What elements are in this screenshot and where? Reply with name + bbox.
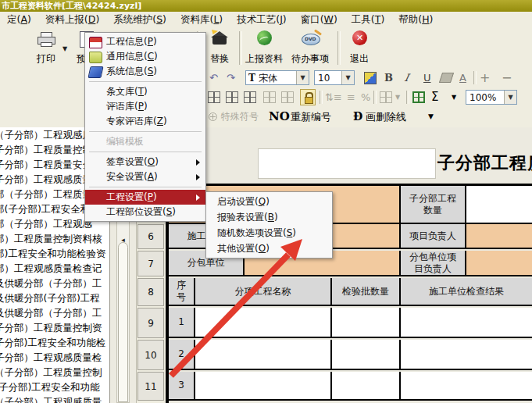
table-cell[interactable] bbox=[332, 372, 401, 399]
print-dropdown-arrow[interactable]: ▼ bbox=[62, 45, 67, 52]
menubar-item-L[interactable]: 资料库(L) bbox=[173, 13, 230, 27]
row-header-8[interactable]: 8 bbox=[137, 278, 164, 306]
table-cell[interactable] bbox=[401, 308, 532, 337]
tree-item[interactable]: 子分部）工程观感质量检 bbox=[0, 350, 109, 365]
pm-value-cell[interactable] bbox=[466, 224, 532, 248]
menu-item-评语库[interactable]: 评语库(P) bbox=[85, 99, 205, 114]
table-toolbar: ⇅≡ ≡ % ▼ Σ ▼ 100% ▼ bbox=[0, 87, 532, 108]
sub-pm-value-cell[interactable] bbox=[466, 251, 532, 275]
menu-item-工程信息[interactable]: 工程信息(P) bbox=[85, 34, 205, 49]
menu-item-工程设置[interactable]: 工程设置(P) bbox=[85, 190, 205, 205]
row-header-11[interactable]: 11 bbox=[137, 372, 164, 401]
row-header-9[interactable]: 9 bbox=[137, 308, 164, 338]
table-style-icon bbox=[263, 91, 276, 103]
window-titlebar[interactable]: 市工程资料软件[工程\42424.zyzl] bbox=[0, 0, 532, 12]
image-icon bbox=[380, 91, 392, 103]
tree-item[interactable]: 部)工程安全和功能检验资 bbox=[0, 246, 109, 261]
upload-data-button[interactable]: 上报资料 bbox=[242, 28, 286, 67]
submenu-item-其他设置[interactable]: 其他设置(O) bbox=[206, 241, 332, 256]
underline-button[interactable]: U bbox=[423, 68, 431, 87]
qty-value-cell[interactable] bbox=[466, 186, 532, 223]
menu-item-专家评语库[interactable]: 专家评语库(Z) bbox=[85, 114, 205, 129]
row-header-10[interactable]: 10 bbox=[137, 340, 164, 370]
collapse-arrow-icon[interactable]: ◂ bbox=[117, 236, 129, 244]
menu-item-通用信息[interactable]: 通用信息(C) bbox=[85, 49, 205, 64]
sum-dropdown-icon[interactable]: ▼ bbox=[452, 87, 456, 107]
todo-button[interactable]: DVD 待办事项 bbox=[287, 28, 333, 67]
italic-button[interactable]: I bbox=[402, 68, 410, 87]
insert-row-icon[interactable] bbox=[244, 91, 256, 103]
table-cell[interactable] bbox=[195, 340, 332, 369]
strikethrough-button[interactable]: 画删除线 bbox=[366, 107, 406, 127]
worksheet-area[interactable]: 子分部工程质量验收记录 子分部工程数量 施工单位 项目负责人 分包单位 分包单位… bbox=[166, 127, 532, 403]
menu-item-安全设置[interactable]: 安全设置(A) bbox=[85, 169, 205, 184]
font-color-icon[interactable] bbox=[364, 72, 377, 84]
bold-button[interactable]: B bbox=[384, 68, 393, 87]
header-name: 分项工程名称 bbox=[195, 278, 332, 305]
table-cell[interactable] bbox=[195, 372, 332, 399]
table-cell[interactable] bbox=[332, 340, 401, 369]
tree-item[interactable]: 部）工程质量控制资料核 bbox=[0, 231, 109, 246]
font-name-select[interactable]: T 宋体 ▼ bbox=[245, 70, 309, 85]
lock-button[interactable] bbox=[300, 89, 316, 105]
decrease-button[interactable]: − bbox=[502, 68, 512, 87]
tree-item[interactable]: 及供暖分部（子分部）工 bbox=[0, 305, 109, 320]
tree-item[interactable]: （子分部）工程观感质量 bbox=[0, 394, 109, 403]
menubar-item-W[interactable]: 窗口(W) bbox=[294, 13, 345, 27]
chevron-down-icon[interactable]: ▼ bbox=[341, 71, 354, 84]
title-input-cell[interactable] bbox=[258, 148, 436, 179]
exit-button[interactable]: ✕ 退出 bbox=[342, 28, 377, 67]
zoom-select[interactable]: 100% ▼ bbox=[466, 90, 517, 105]
redo-icon[interactable]: ↷ bbox=[227, 68, 235, 87]
row-header-6[interactable]: 6 bbox=[137, 224, 164, 249]
tree-item[interactable]: (子分部)工程安全和功能 bbox=[0, 380, 109, 394]
print-button[interactable]: 打印 bbox=[31, 28, 61, 67]
tree-item[interactable]: 及供暖分部(子分部)工程 bbox=[0, 291, 109, 305]
strikethrough-icon[interactable]: Đ bbox=[353, 107, 362, 127]
tree-item[interactable]: （子分部）工程质量控制 bbox=[0, 365, 109, 380]
chevron-down-icon[interactable]: ▼ bbox=[296, 71, 309, 84]
menu-item-系统信息[interactable]: 系统信息(S) bbox=[85, 64, 205, 79]
split-cells-icon[interactable] bbox=[226, 91, 238, 103]
undo-icon[interactable]: ↶ bbox=[209, 68, 218, 87]
scrollbar-thumb[interactable] bbox=[118, 242, 128, 402]
menubar-item-J[interactable]: 技术工艺(J) bbox=[230, 13, 293, 27]
font-size-select[interactable]: 10 ▼ bbox=[314, 70, 355, 85]
table-cell[interactable] bbox=[401, 340, 532, 369]
text-color-a-icon[interactable]: A bbox=[459, 68, 466, 87]
submenu-item-随机数选项设置[interactable]: 随机数选项设置(S) bbox=[206, 225, 332, 241]
tree-item[interactable]: 及供暖分部（子分部）工 bbox=[0, 276, 109, 291]
tree-item[interactable]: 子分部)工程安全和功能检 bbox=[0, 335, 109, 350]
row-header-7[interactable]: 7 bbox=[137, 251, 164, 276]
tree-item[interactable]: 部）工程观感质量检查记 bbox=[0, 261, 109, 276]
doc-red-icon bbox=[89, 37, 102, 48]
submenu-arrow-icon bbox=[196, 174, 200, 180]
table-cell[interactable] bbox=[332, 308, 401, 337]
menubar-item-D[interactable]: 资料上报(D) bbox=[38, 13, 106, 27]
tree-item[interactable]: 子分部）工程质量控制资 bbox=[0, 320, 109, 335]
submenu-item-报验表设置[interactable]: 报验表设置(B) bbox=[206, 209, 332, 225]
renumber-button[interactable]: 重新编号 bbox=[291, 107, 331, 127]
table-cell[interactable] bbox=[401, 372, 532, 399]
menubar-item-A[interactable]: 定(A) bbox=[0, 13, 38, 27]
menubar-item-H[interactable]: 帮助(H) bbox=[391, 13, 440, 27]
menu-item-签章设置[interactable]: 签章设置(O) bbox=[85, 155, 205, 169]
fill-color-icon[interactable] bbox=[439, 73, 454, 83]
table-header-row: 序号 分项工程名称 检验批数量 施工单位检查结果 bbox=[169, 278, 532, 306]
submenu-item-启动设置[interactable]: 启动设置(Q) bbox=[206, 194, 332, 209]
strike-dropdown-icon[interactable]: ▼ bbox=[428, 107, 434, 127]
table-cell[interactable] bbox=[195, 308, 332, 337]
menubar-item-T[interactable]: 工具(T) bbox=[345, 13, 391, 27]
chevron-down-icon[interactable]: ▼ bbox=[504, 91, 516, 104]
replace-button[interactable]: 替换 bbox=[202, 28, 237, 67]
menubar-item-S[interactable]: 系统维护(S) bbox=[106, 13, 173, 27]
menu-item-条文库[interactable]: 条文库(T) bbox=[85, 84, 205, 99]
green-table-icon[interactable] bbox=[412, 91, 425, 103]
main-toolbar: 打印 ▼ 预览 替换 上报资料 DVD 待办事项 ✕ 退出 bbox=[0, 28, 532, 69]
sum-button[interactable]: Σ bbox=[431, 87, 438, 107]
merge-cells-icon[interactable] bbox=[208, 91, 220, 103]
submenu-arrow-icon bbox=[196, 194, 200, 201]
menu-item-工程部位设置[interactable]: 工程部位设置(S) bbox=[85, 205, 205, 219]
renumber-icon[interactable]: NO bbox=[269, 107, 290, 127]
increase-button[interactable]: + bbox=[480, 68, 490, 87]
